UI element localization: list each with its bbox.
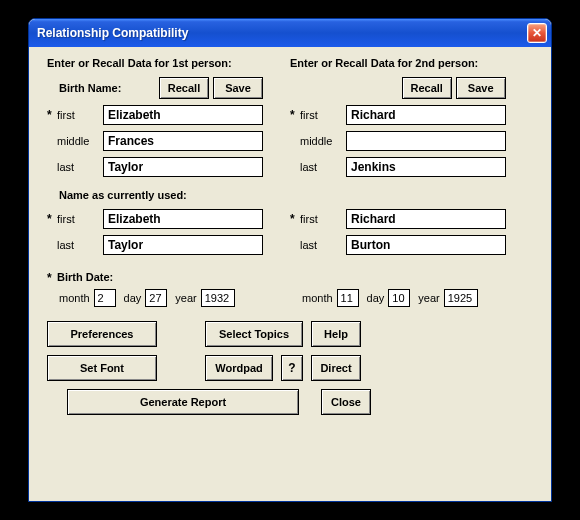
- year-input-2[interactable]: [444, 289, 478, 307]
- titlebar: Relationship Compatibility ✕: [29, 19, 551, 47]
- close-icon[interactable]: ✕: [527, 23, 547, 43]
- birth-first-input-2[interactable]: [346, 105, 506, 125]
- required-asterisk: *: [290, 108, 300, 122]
- day-input-2[interactable]: [388, 289, 410, 307]
- birth-first-input-1[interactable]: [103, 105, 263, 125]
- year-input-1[interactable]: [201, 289, 235, 307]
- current-first-input-2[interactable]: [346, 209, 506, 229]
- person1-header: Enter or Recall Data for 1st person:: [47, 57, 290, 69]
- wordpad-button[interactable]: Wordpad: [205, 355, 273, 381]
- recall-button-2[interactable]: Recall: [402, 77, 452, 99]
- first-label-2: first: [300, 109, 346, 121]
- window-title: Relationship Compatibility: [37, 26, 527, 40]
- generate-report-button[interactable]: Generate Report: [67, 389, 299, 415]
- month-label-1: month: [59, 292, 90, 304]
- birth-last-input-2[interactable]: [346, 157, 506, 177]
- set-font-button[interactable]: Set Font: [47, 355, 157, 381]
- content-area: Enter or Recall Data for 1st person: Ent…: [29, 47, 551, 431]
- day-label-2: day: [367, 292, 385, 304]
- month-label-2: month: [302, 292, 333, 304]
- birth-date-label: Birth Date:: [57, 271, 113, 285]
- save-button-2[interactable]: Save: [456, 77, 506, 99]
- year-label-1: year: [175, 292, 196, 304]
- current-name-label: Name as currently used:: [59, 189, 533, 201]
- day-input-1[interactable]: [145, 289, 167, 307]
- preferences-button[interactable]: Preferences: [47, 321, 157, 347]
- birth-middle-input-1[interactable]: [103, 131, 263, 151]
- close-button[interactable]: Close: [321, 389, 371, 415]
- direct-button[interactable]: Direct: [311, 355, 361, 381]
- cur-first-label-1: first: [57, 213, 103, 225]
- recall-button-1[interactable]: Recall: [159, 77, 209, 99]
- current-last-input-1[interactable]: [103, 235, 263, 255]
- cur-first-label-2: first: [300, 213, 346, 225]
- required-asterisk: *: [290, 212, 300, 226]
- first-label-1: first: [57, 109, 103, 121]
- current-first-input-1[interactable]: [103, 209, 263, 229]
- save-button-1[interactable]: Save: [213, 77, 263, 99]
- person2-header: Enter or Recall Data for 2nd person:: [290, 57, 533, 69]
- select-topics-button[interactable]: Select Topics: [205, 321, 303, 347]
- year-label-2: year: [418, 292, 439, 304]
- dialog-window: Relationship Compatibility ✕ Enter or Re…: [28, 18, 552, 502]
- middle-label-2: middle: [300, 135, 346, 147]
- question-button[interactable]: ?: [281, 355, 303, 381]
- cur-last-label-2: last: [300, 239, 346, 251]
- day-label-1: day: [124, 292, 142, 304]
- current-last-input-2[interactable]: [346, 235, 506, 255]
- birth-last-input-1[interactable]: [103, 157, 263, 177]
- month-input-2[interactable]: [337, 289, 359, 307]
- middle-label-1: middle: [57, 135, 103, 147]
- required-asterisk: *: [47, 271, 57, 285]
- cur-last-label-1: last: [57, 239, 103, 251]
- birth-name-label-1: Birth Name:: [59, 82, 159, 94]
- required-asterisk: *: [47, 212, 57, 226]
- last-label-1: last: [57, 161, 103, 173]
- last-label-2: last: [300, 161, 346, 173]
- month-input-1[interactable]: [94, 289, 116, 307]
- help-button[interactable]: Help: [311, 321, 361, 347]
- birth-middle-input-2[interactable]: [346, 131, 506, 151]
- required-asterisk: *: [47, 108, 57, 122]
